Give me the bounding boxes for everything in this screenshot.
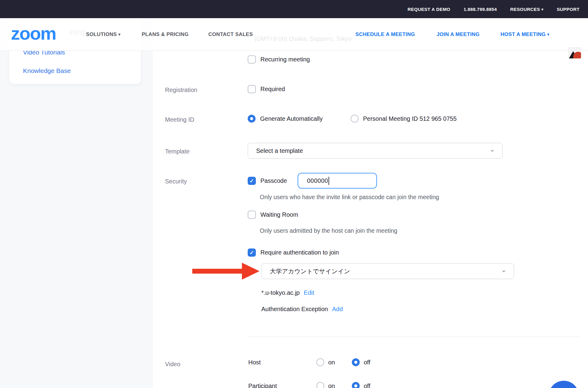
profile-avatar[interactable] [568,47,581,58]
auth-method-value: 大学アカウントでサインイン [270,267,350,275]
require-auth-row: ✓ Require authentication to join [248,248,339,257]
participant-video-on-label: on [328,383,335,388]
sidebar-link-knowledge-base[interactable]: Knowledge Base [23,67,71,74]
meeting-id-personal-option: Personal Meeting ID 512 965 0755 [351,115,457,123]
meeting-id-section-label: Meeting ID [165,116,194,123]
nav-contact-sales[interactable]: CONTACT SALES [208,31,253,38]
nav-host-meeting-label: HOST A MEETING [500,31,546,37]
nav-solutions[interactable]: SOLUTIONS ▾ [86,31,121,38]
text-cursor [329,177,329,185]
help-fab-button[interactable] [549,381,579,388]
host-video-on-label: on [328,359,335,366]
resources-menu[interactable]: RESOURCES ▾ [510,7,543,12]
registration-required-checkbox[interactable] [248,85,256,93]
generate-automatically-label: Generate Automatically [260,115,323,122]
chevron-down-icon: ▾ [118,32,121,37]
nav-join-meeting[interactable]: JOIN A MEETING [437,31,480,38]
video-host-row: Host on off [248,358,370,366]
meeting-id-generate-option: Generate Automatically [248,115,323,123]
participant-video-on-radio[interactable] [316,382,324,388]
waiting-room-row: Waiting Room [248,211,298,219]
red-arrow-shaft [192,269,243,274]
participant-video-off-radio[interactable] [352,382,360,388]
waiting-room-help-text: Only users admitted by the host can join… [260,227,397,234]
passcode-row: ✓ Passcode [248,177,287,185]
require-auth-label: Require authentication to join [260,249,339,256]
video-section-label: Video [165,361,180,368]
passcode-help-text: Only users who have the invite link or p… [260,194,439,201]
nav-plans-pricing[interactable]: PLANS & PRICING [142,31,189,38]
auth-exception-row: Authentication Exception Add [261,306,343,313]
phone-number[interactable]: 1.888.799.8854 [464,7,497,12]
edit-domain-link[interactable]: Edit [304,289,314,296]
resources-label: RESOURCES [510,7,540,12]
request-demo-link[interactable]: REQUEST A DEMO [408,7,450,12]
waiting-room-label: Waiting Room [260,211,298,218]
add-exception-link[interactable]: Add [332,306,343,312]
video-participant-label: Participant [248,383,312,388]
auth-domain-value: *.u-tokyo.ac.jp [261,289,300,296]
auth-exception-label: Authentication Exception [261,306,328,312]
passcode-input[interactable]: 000000 [298,173,377,189]
require-auth-checkbox[interactable]: ✓ [248,248,256,257]
auth-domain-row: *.u-tokyo.ac.jp Edit [261,289,314,296]
personal-meeting-id-label: Personal Meeting ID 512 965 0755 [363,115,457,122]
nav-host-meeting[interactable]: HOST A MEETING ▾ [500,31,549,38]
chevron-down-icon: ⌄ [490,146,495,153]
red-arrow-head [242,263,259,280]
red-arrow-annotation [192,263,259,280]
template-select-value: Select a template [256,147,303,154]
check-icon: ✓ [249,249,254,256]
generate-automatically-radio[interactable] [248,115,256,123]
template-select[interactable]: Select a template ⌄ [248,143,503,159]
auth-method-select[interactable]: 大学アカウントでサインイン ⌄ [261,263,514,279]
chevron-down-icon: ▾ [547,32,549,37]
top-utility-bar: REQUEST A DEMO 1.888.799.8854 RESOURCES … [0,0,588,18]
support-link[interactable]: SUPPORT [557,7,580,12]
passcode-label: Passcode [260,177,287,184]
personal-meeting-id-radio[interactable] [351,115,358,123]
host-video-off-label: off [364,359,370,366]
nav-schedule-meeting[interactable]: SCHEDULE A MEETING [355,31,415,38]
registration-required-label: Required [260,86,285,93]
recurring-meeting-checkbox[interactable] [248,55,256,64]
video-participant-row: Participant on off [248,382,370,388]
nav-solutions-label: SOLUTIONS [86,31,117,37]
chevron-down-icon: ▾ [541,7,543,12]
host-video-on-radio[interactable] [316,358,324,366]
participant-video-off-label: off [364,383,370,388]
check-icon: ✓ [249,178,254,184]
waiting-room-checkbox[interactable] [248,211,256,219]
main-navbar: zoom SOLUTIONS ▾ PLANS & PRICING CONTACT… [0,18,588,51]
registration-section-label: Registration [165,87,197,94]
zoom-logo[interactable]: zoom [11,25,56,43]
passcode-value: 000000 [307,177,328,184]
passcode-checkbox[interactable]: ✓ [248,177,256,185]
recurring-meeting-label: Recurring meeting [260,56,310,63]
chevron-down-icon: ⌄ [501,267,507,273]
video-host-label: Host [248,359,312,366]
registration-required-row: Required [248,85,285,93]
template-section-label: Template [165,148,190,155]
section-divider [248,337,580,337]
host-video-off-radio[interactable] [352,358,360,366]
security-section-label: Security [165,178,187,185]
recurring-meeting-row: Recurring meeting [248,55,310,64]
